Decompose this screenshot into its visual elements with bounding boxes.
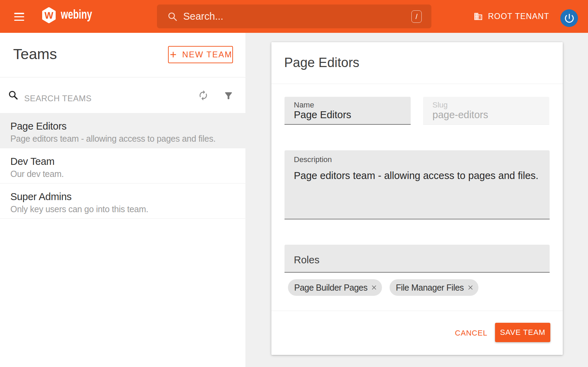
name-label: Name xyxy=(294,101,314,110)
cancel-button[interactable]: CANCEL xyxy=(450,323,492,343)
tenant-label: ROOT TENANT xyxy=(488,12,549,21)
roles-label: Roles xyxy=(294,254,319,266)
chip-label: File Manager Files xyxy=(396,283,464,293)
team-list-item[interactable]: Page Editors Page editors team - allowin… xyxy=(0,113,245,148)
teams-list: Page Editors Page editors team - allowin… xyxy=(0,113,245,219)
name-field[interactable]: Name Page Editors xyxy=(284,97,411,125)
new-team-button[interactable]: NEW TEAM xyxy=(168,46,233,63)
team-list-item[interactable]: Dev Team Our dev team. xyxy=(0,148,245,184)
remove-chip-icon[interactable] xyxy=(370,284,378,291)
divider xyxy=(271,311,563,311)
filter-icon[interactable] xyxy=(223,91,234,101)
slug-field: Slug page-editors xyxy=(423,97,549,125)
description-field[interactable]: Description Page editors team - allowing… xyxy=(284,150,550,219)
content-area: Page Editors Name Page Editors Slug page… xyxy=(245,33,588,367)
page-title: Teams xyxy=(13,46,57,63)
team-name: Super Admins xyxy=(10,190,235,203)
save-team-button[interactable]: SAVE TEAM xyxy=(495,323,550,342)
tenant-selector[interactable]: ROOT TENANT xyxy=(474,0,549,33)
search-placeholder: Search... xyxy=(183,11,223,22)
team-editor-card: Page Editors Name Page Editors Slug page… xyxy=(271,42,563,355)
divider xyxy=(271,84,563,84)
global-search-input[interactable]: Search... / xyxy=(157,4,431,28)
webiny-logo: W xyxy=(42,7,56,23)
team-name: Dev Team xyxy=(10,155,235,168)
roles-chips: Page Builder Pages File Manager Files xyxy=(288,279,478,296)
top-bar: W webiny Search... / ROOT TENANT xyxy=(0,0,588,33)
team-description: Page editors team - allowing access to p… xyxy=(10,133,235,144)
team-list-item[interactable]: Super Admins Only key users can go into … xyxy=(0,184,245,219)
teams-panel: Teams NEW TEAM SEARCH TEAMS Page Editors… xyxy=(0,33,245,367)
menu-icon[interactable] xyxy=(14,13,24,21)
role-chip[interactable]: File Manager Files xyxy=(390,279,478,296)
team-description: Only key users can go into this team. xyxy=(10,204,235,215)
plus-icon xyxy=(169,50,178,59)
editor-title: Page Editors xyxy=(284,55,360,70)
remove-chip-icon[interactable] xyxy=(467,284,474,291)
name-value: Page Editors xyxy=(294,109,351,121)
slash-shortcut-badge: / xyxy=(411,10,422,23)
search-icon xyxy=(8,90,18,100)
power-icon xyxy=(563,12,575,24)
user-avatar[interactable] xyxy=(560,9,578,27)
search-icon xyxy=(167,11,178,22)
refresh-icon[interactable] xyxy=(198,90,209,101)
slug-value: page-editors xyxy=(432,109,488,121)
description-value: Page editors team - allowing access to p… xyxy=(294,170,539,181)
svg-text:W: W xyxy=(45,10,54,21)
teams-search-placeholder: SEARCH TEAMS xyxy=(24,94,92,103)
brand-wordmark: webiny xyxy=(61,7,92,22)
role-chip[interactable]: Page Builder Pages xyxy=(288,279,382,296)
teams-search-bar[interactable]: SEARCH TEAMS xyxy=(0,77,245,113)
team-description: Our dev team. xyxy=(10,168,235,179)
slug-label: Slug xyxy=(432,101,448,110)
description-label: Description xyxy=(294,155,332,164)
team-name: Page Editors xyxy=(10,120,235,132)
roles-field[interactable]: Roles xyxy=(284,245,550,273)
tenant-building-icon xyxy=(474,12,483,21)
chip-label: Page Builder Pages xyxy=(294,283,367,293)
